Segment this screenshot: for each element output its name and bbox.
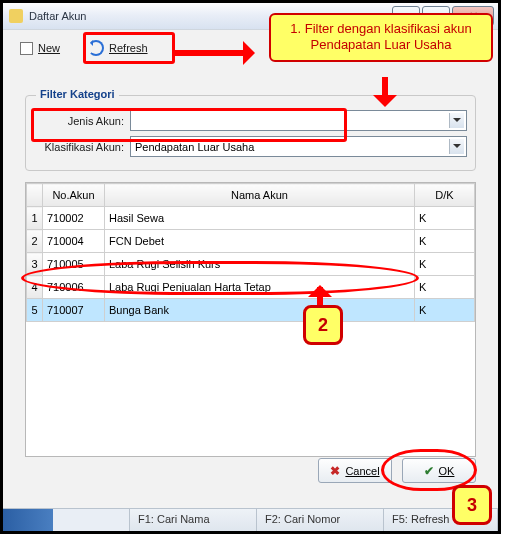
table-row[interactable]: 1710002Hasil SewaK	[27, 207, 475, 230]
accounts-table[interactable]: No.Akun Nama Akun D/K 1710002Hasil SewaK…	[25, 182, 476, 457]
row-number: 3	[27, 253, 43, 276]
row-number: 4	[27, 276, 43, 299]
cell-noakun: 710005	[43, 253, 105, 276]
klasifikasi-akun-label: Klasifikasi Akun:	[34, 141, 124, 153]
status-bar: F1: Cari Nama F2: Cari Nomor F5: Refresh	[3, 508, 498, 531]
cancel-icon: ✖	[330, 464, 340, 478]
row-number: 2	[27, 230, 43, 253]
app-icon	[9, 9, 23, 23]
cell-noakun: 710002	[43, 207, 105, 230]
annotation-arrow-2	[375, 77, 395, 117]
row-number: 1	[27, 207, 43, 230]
chevron-down-icon	[449, 139, 464, 154]
cancel-label: Cancel	[345, 465, 379, 477]
cell-namaakun: Hasil Sewa	[105, 207, 415, 230]
cell-dk: K	[415, 276, 475, 299]
cell-dk: K	[415, 207, 475, 230]
ok-icon: ✔	[424, 464, 434, 478]
cell-noakun: 710004	[43, 230, 105, 253]
status-f2: F2: Cari Nomor	[257, 509, 384, 531]
annotation-step1-callout: 1. Filter dengan klasifikasi akun Pendap…	[269, 13, 493, 62]
status-spacer	[3, 509, 130, 531]
ok-label: OK	[439, 465, 455, 477]
table-header-row: No.Akun Nama Akun D/K	[27, 184, 475, 207]
cell-dk: K	[415, 230, 475, 253]
table-row[interactable]: 5710007Bunga BankK	[27, 299, 475, 322]
cell-noakun: 710006	[43, 276, 105, 299]
annotation-refresh-highlight	[83, 32, 175, 64]
status-f1: F1: Cari Nama	[130, 509, 257, 531]
new-label: New	[38, 42, 60, 54]
annotation-step2-badge: 2	[303, 305, 343, 345]
annotation-step3-badge: 3	[452, 485, 492, 525]
annotation-klasifikasi-highlight	[31, 108, 347, 142]
klasifikasi-akun-value: Pendapatan Luar Usaha	[135, 141, 254, 153]
cell-dk: K	[415, 253, 475, 276]
chevron-down-icon	[449, 113, 464, 128]
filter-legend: Filter Kategori	[36, 88, 119, 100]
header-namaakun[interactable]: Nama Akun	[105, 184, 415, 207]
cell-noakun: 710007	[43, 299, 105, 322]
header-dk[interactable]: D/K	[415, 184, 475, 207]
ok-button[interactable]: ✔ OK	[402, 458, 476, 483]
annotation-arrow-1	[173, 43, 273, 63]
cancel-button[interactable]: ✖ Cancel	[318, 458, 392, 483]
new-button[interactable]: New	[11, 38, 69, 59]
cell-namaakun: Bunga Bank	[105, 299, 415, 322]
header-noakun[interactable]: No.Akun	[43, 184, 105, 207]
row-number: 5	[27, 299, 43, 322]
window-title: Daftar Akun	[29, 10, 86, 22]
cell-dk: K	[415, 299, 475, 322]
header-blank	[27, 184, 43, 207]
new-icon	[20, 42, 33, 55]
